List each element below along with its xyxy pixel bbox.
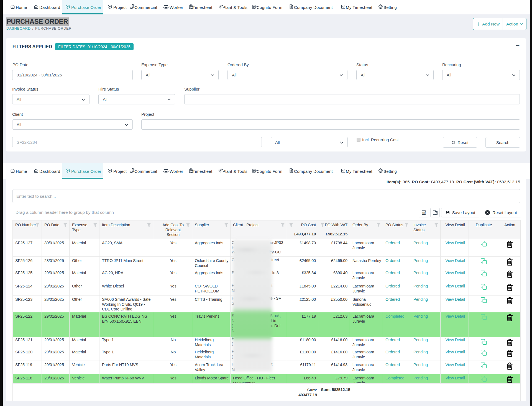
svg-text:xlsx: xlsx (422, 212, 426, 214)
